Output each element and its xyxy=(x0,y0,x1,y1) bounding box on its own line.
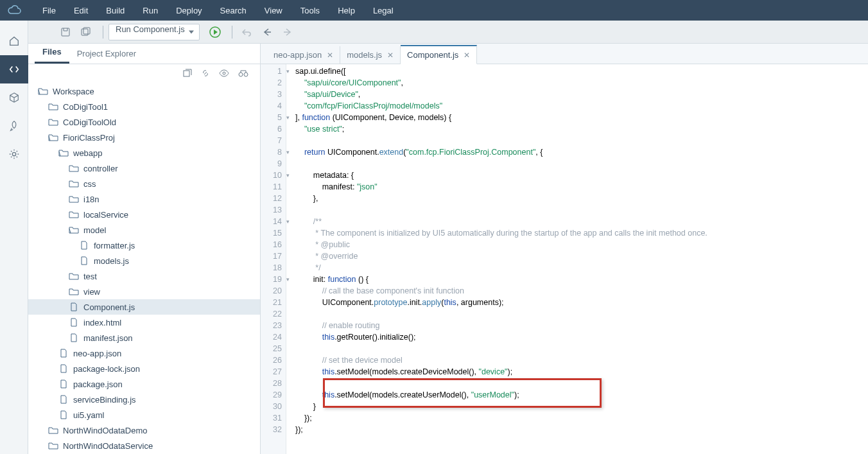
file-icon xyxy=(68,317,80,328)
tree-folder[interactable]: CoDigiTool1 xyxy=(28,99,260,114)
save-all-icon[interactable] xyxy=(77,23,95,41)
menu-view[interactable]: View xyxy=(256,6,291,15)
folder-icon xyxy=(68,286,80,297)
close-icon[interactable]: ✕ xyxy=(387,51,394,60)
editor-tab[interactable]: models.js✕ xyxy=(340,46,401,64)
tree-folder[interactable]: view xyxy=(28,284,260,299)
folder-icon xyxy=(68,178,80,189)
menu-build[interactable]: Build xyxy=(97,6,134,15)
menubar: File Edit Build Run Deploy Search View T… xyxy=(0,0,868,21)
svg-point-8 xyxy=(244,73,248,76)
tree-file[interactable]: package.json xyxy=(28,376,260,392)
tree-file[interactable]: formatter.js xyxy=(28,238,260,253)
folder-icon xyxy=(68,162,80,174)
tree-folder[interactable]: i18n xyxy=(28,191,260,207)
tree-folder[interactable]: localService xyxy=(28,207,260,222)
gutter: 1234567891011121314151617181920212223242… xyxy=(261,64,286,454)
rail-gear-icon[interactable] xyxy=(0,140,28,168)
file-tree[interactable]: Workspace CoDigiTool1 CoDigiToolOld Fior… xyxy=(28,82,260,454)
close-icon[interactable]: ✕ xyxy=(327,51,333,60)
tree-file[interactable]: package-lock.json xyxy=(28,361,260,376)
svg-point-7 xyxy=(239,73,243,76)
folder-icon xyxy=(68,193,80,205)
side-actions xyxy=(28,64,260,82)
link-icon[interactable] xyxy=(201,69,210,78)
main-area: Files Project Explorer Workspace CoDigiT… xyxy=(28,44,868,454)
separator xyxy=(232,26,232,39)
menu-run[interactable]: Run xyxy=(134,6,167,15)
tree-folder[interactable]: FioriClassProj xyxy=(28,130,260,145)
code-content[interactable]: sap.ui.define([ "sap/ui/core/UIComponent… xyxy=(286,64,868,454)
folder-open-icon xyxy=(58,147,69,159)
svg-point-6 xyxy=(223,72,225,74)
rail-box-icon[interactable] xyxy=(0,83,28,112)
rail-rocket-icon[interactable] xyxy=(0,112,28,140)
save-icon[interactable] xyxy=(56,23,74,41)
tree-file[interactable]: index.html xyxy=(28,315,260,330)
file-icon xyxy=(78,240,90,251)
tree-file[interactable]: serviceBinding.js xyxy=(28,392,260,407)
file-icon xyxy=(58,363,69,374)
tree-folder[interactable]: controller xyxy=(28,161,260,176)
tree-folder[interactable]: NorthWindOdataService xyxy=(28,438,260,453)
file-icon xyxy=(58,394,69,405)
run-config-select[interactable]: Run Component.js xyxy=(108,24,200,40)
tree-folder[interactable]: model xyxy=(28,222,260,238)
file-icon xyxy=(68,301,80,313)
forward-icon[interactable] xyxy=(279,23,297,41)
menu-legal[interactable]: Legal xyxy=(364,6,403,15)
folder-icon xyxy=(48,116,59,128)
separator xyxy=(103,26,103,39)
icon-rail xyxy=(0,21,28,454)
menu-file[interactable]: File xyxy=(33,6,65,15)
folder-open-icon xyxy=(68,224,80,236)
svg-rect-5 xyxy=(184,71,189,76)
folder-icon xyxy=(68,270,80,282)
svg-point-0 xyxy=(12,152,15,155)
editor-tabs: neo-app.json✕ models.js✕ Component.js✕ xyxy=(261,44,868,64)
play-icon[interactable] xyxy=(206,23,224,41)
tree-file[interactable]: models.js xyxy=(28,253,260,268)
menu-search[interactable]: Search xyxy=(211,6,256,15)
tree-workspace[interactable]: Workspace xyxy=(28,83,260,99)
menu-edit[interactable]: Edit xyxy=(65,6,97,15)
folder-open-icon xyxy=(48,132,59,143)
collapse-icon[interactable] xyxy=(183,69,192,78)
binoculars-icon[interactable] xyxy=(238,69,248,78)
code-editor[interactable]: 1234567891011121314151617181920212223242… xyxy=(261,64,868,454)
file-icon xyxy=(58,347,69,359)
tree-file[interactable]: manifest.json xyxy=(28,330,260,345)
tree-file-component[interactable]: Component.js xyxy=(28,299,260,315)
folder-icon xyxy=(68,209,80,220)
rail-home-icon[interactable] xyxy=(0,27,28,55)
file-icon xyxy=(58,378,69,390)
folder-icon xyxy=(48,101,59,112)
folder-icon xyxy=(48,440,59,451)
menu-tools[interactable]: Tools xyxy=(291,6,329,15)
rail-code-icon[interactable] xyxy=(0,55,28,83)
tree-folder[interactable]: css xyxy=(28,176,260,191)
tab-project-explorer[interactable]: Project Explorer xyxy=(69,44,144,64)
editor-tab-active[interactable]: Component.js✕ xyxy=(401,45,477,64)
tree-folder[interactable]: test xyxy=(28,268,260,284)
file-icon xyxy=(68,332,80,344)
undo-icon[interactable] xyxy=(238,23,256,41)
file-icon xyxy=(58,409,69,421)
tree-folder[interactable]: CoDigiToolOld xyxy=(28,114,260,130)
tree-folder[interactable]: webapp xyxy=(28,145,260,161)
editor-area: neo-app.json✕ models.js✕ Component.js✕ 1… xyxy=(261,44,868,454)
tree-file[interactable]: neo-app.json xyxy=(28,345,260,361)
back-icon[interactable] xyxy=(258,23,276,41)
eye-icon[interactable] xyxy=(219,69,229,78)
editor-tab[interactable]: neo-app.json✕ xyxy=(267,46,340,64)
folder-icon xyxy=(48,424,59,436)
toolbar: Run Component.js xyxy=(28,21,868,44)
close-icon[interactable]: ✕ xyxy=(464,51,470,60)
folder-open-icon xyxy=(37,85,49,97)
menu-deploy[interactable]: Deploy xyxy=(167,6,211,15)
svg-rect-1 xyxy=(62,28,69,36)
menu-help[interactable]: Help xyxy=(329,6,364,15)
tree-folder[interactable]: NorthWindOdataDemo xyxy=(28,423,260,438)
tab-files[interactable]: Files xyxy=(35,42,69,64)
tree-file[interactable]: ui5.yaml xyxy=(28,407,260,423)
